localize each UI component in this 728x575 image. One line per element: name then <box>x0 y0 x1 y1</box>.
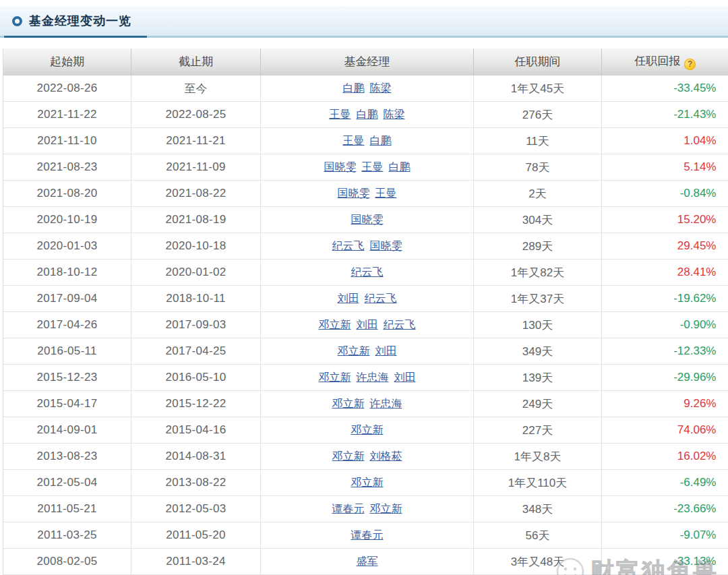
manager-link[interactable]: 白鹏 <box>357 109 378 120</box>
manager-link[interactable]: 刘田 <box>394 371 416 383</box>
manager-link[interactable]: 邓立新 <box>319 371 351 383</box>
manager-link[interactable]: 陈梁 <box>384 109 405 120</box>
table-row: 2021-08-232021-11-09国晓雯王曼白鹏78天5.14% <box>3 154 728 181</box>
table-row: 2011-03-252011-05-20谭春元56天-9.07% <box>3 522 728 549</box>
cell-start-date: 2008-02-05 <box>3 549 131 575</box>
col-header-start-date: 起始期 <box>3 49 131 75</box>
col-header-tenure-return: 任职回报? <box>602 49 728 75</box>
col-header-label: 基金经理 <box>344 55 390 68</box>
cell-fund-managers: 国晓雯王曼白鹏 <box>261 154 474 181</box>
cell-tenure-return: 28.41% <box>602 260 728 286</box>
cell-start-date: 2016-05-11 <box>3 338 131 365</box>
col-header-end-date: 截止期 <box>131 49 261 75</box>
cell-fund-managers: 纪云飞 <box>261 260 474 286</box>
manager-link[interactable]: 王曼 <box>362 161 384 173</box>
cell-fund-managers: 邓立新许忠海 <box>261 391 474 417</box>
cell-tenure-duration: 304天 <box>474 207 602 233</box>
manager-link[interactable]: 纪云飞 <box>365 293 397 304</box>
col-header-fund-manager: 基金经理 <box>261 49 474 75</box>
manager-link[interactable]: 邓立新 <box>338 345 370 357</box>
cell-tenure-return: -6.49% <box>602 470 728 496</box>
cell-tenure-return: -0.84% <box>602 181 728 207</box>
cell-tenure-duration: 130天 <box>474 312 602 338</box>
cell-tenure-return: -9.07% <box>602 522 728 549</box>
cell-tenure-return: -23.66% <box>602 496 728 522</box>
manager-link[interactable]: 谭春元 <box>351 529 384 541</box>
manager-link[interactable]: 刘格菘 <box>370 450 402 462</box>
manager-link[interactable]: 国晓雯 <box>324 161 357 173</box>
manager-link[interactable]: 陈梁 <box>370 82 392 94</box>
manager-link[interactable]: 国晓雯 <box>351 214 384 225</box>
col-header-label: 任职期间 <box>515 55 561 68</box>
manager-link[interactable]: 白鹏 <box>370 135 392 146</box>
manager-link[interactable]: 邓立新 <box>332 450 365 462</box>
manager-link[interactable]: 邓立新 <box>319 319 351 330</box>
cell-tenure-return: 74.06% <box>602 417 728 444</box>
help-icon[interactable]: ? <box>684 59 696 70</box>
cell-end-date: 2017-04-25 <box>131 338 261 365</box>
cell-end-date: 2017-09-03 <box>131 312 261 338</box>
manager-link[interactable]: 王曼 <box>330 109 351 120</box>
cell-start-date: 2021-11-10 <box>3 128 131 154</box>
col-header-label: 任职回报 <box>634 55 680 67</box>
cell-tenure-return: 29.45% <box>602 233 728 260</box>
cell-fund-managers: 邓立新 <box>261 417 474 444</box>
manager-link[interactable]: 邓立新 <box>351 477 384 488</box>
cell-tenure-duration: 348天 <box>474 496 602 522</box>
cell-tenure-duration: 249天 <box>474 391 602 417</box>
cell-tenure-duration: 349天 <box>474 338 602 365</box>
cell-tenure-return: -19.62% <box>602 286 728 312</box>
table-row: 2017-04-262017-09-03邓立新刘田纪云飞130天-0.90% <box>3 312 728 338</box>
cell-fund-managers: 国晓雯 <box>261 207 474 233</box>
cell-tenure-return: -29.96% <box>602 365 728 391</box>
section-title-underline <box>0 36 728 38</box>
manager-link[interactable]: 王曼 <box>343 135 365 146</box>
manager-link[interactable]: 谭春元 <box>332 503 365 514</box>
manager-link[interactable]: 白鹏 <box>389 161 411 173</box>
cell-end-date: 2015-04-16 <box>131 417 261 444</box>
cell-tenure-duration: 1年又37天 <box>474 286 602 312</box>
cell-end-date: 2011-05-20 <box>131 522 261 549</box>
cell-fund-managers: 刘田纪云飞 <box>261 286 474 312</box>
cell-end-date: 2014-08-31 <box>131 444 261 470</box>
page: { "section": { "title": "基金经理变动一览" }, "t… <box>0 0 728 575</box>
manager-link[interactable]: 刘田 <box>375 345 397 357</box>
manager-link[interactable]: 国晓雯 <box>370 240 402 251</box>
table-row: 2015-12-232016-05-10邓立新许忠海刘田139天-29.96% <box>3 365 728 391</box>
manager-link[interactable]: 邓立新 <box>351 424 384 435</box>
manager-link[interactable]: 邓立新 <box>332 398 365 409</box>
manager-link[interactable]: 王曼 <box>375 187 397 199</box>
cell-end-date: 2011-03-24 <box>131 549 261 575</box>
table-row: 2020-01-032020-10-18纪云飞国晓雯289天29.45% <box>3 233 728 260</box>
manager-link[interactable]: 盛军 <box>357 555 378 567</box>
manager-link[interactable]: 纪云飞 <box>351 266 384 278</box>
manager-link[interactable]: 纪云飞 <box>332 240 365 251</box>
manager-link[interactable]: 纪云飞 <box>384 319 416 330</box>
cell-end-date: 2018-10-11 <box>131 286 261 312</box>
cell-fund-managers: 邓立新 <box>261 470 474 496</box>
table-row: 2016-05-112017-04-25邓立新刘田349天-12.33% <box>3 338 728 365</box>
manager-link[interactable]: 刘田 <box>357 319 378 330</box>
cell-tenure-return: 5.14% <box>602 154 728 181</box>
cell-end-date: 至今 <box>131 75 261 102</box>
cell-tenure-duration: 289天 <box>474 233 602 260</box>
cell-start-date: 2021-08-20 <box>3 181 131 207</box>
manager-link[interactable]: 许忠海 <box>370 398 402 409</box>
manager-link[interactable]: 刘田 <box>338 293 359 304</box>
cell-start-date: 2011-05-21 <box>3 496 131 522</box>
manager-link[interactable]: 许忠海 <box>357 371 389 383</box>
cell-start-date: 2015-04-17 <box>3 391 131 417</box>
manager-link[interactable]: 邓立新 <box>370 503 402 514</box>
table-row: 2011-05-212012-05-03谭春元邓立新348天-23.66% <box>3 496 728 522</box>
cell-start-date: 2015-12-23 <box>3 365 131 391</box>
section-bullet-icon <box>12 16 22 26</box>
manager-link[interactable]: 白鹏 <box>343 82 365 94</box>
manager-link[interactable]: 国晓雯 <box>338 187 370 199</box>
cell-tenure-return: -0.90% <box>602 312 728 338</box>
cell-start-date: 2013-08-23 <box>3 444 131 470</box>
cell-tenure-duration: 3年又48天 <box>474 549 602 575</box>
table-body: 2022-08-26至今白鹏陈梁1年又45天-33.45%2021-11-222… <box>3 75 728 575</box>
cell-start-date: 2020-10-19 <box>3 207 131 233</box>
header-row: 起始期 截止期 基金经理 任职期间 任职回报? <box>3 49 728 75</box>
col-header-label: 起始期 <box>50 55 84 68</box>
